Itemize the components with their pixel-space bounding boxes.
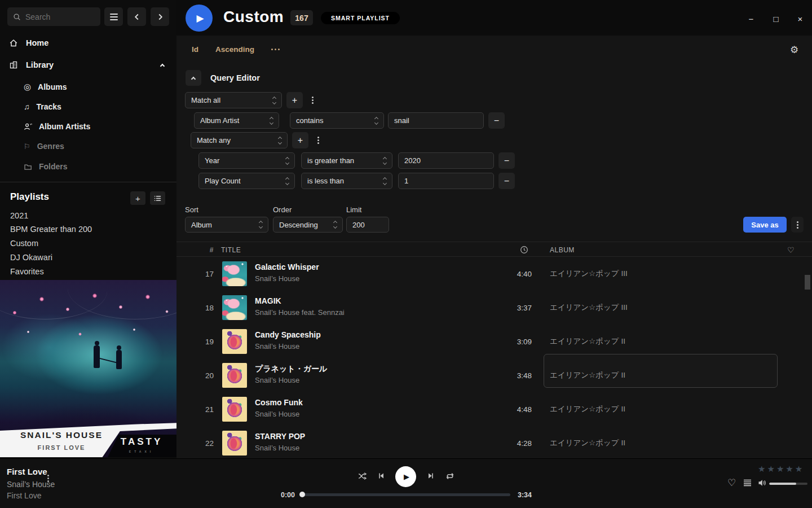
- playlist-item[interactable]: Custom: [10, 237, 168, 250]
- rule-field-select[interactable]: Play Count: [198, 173, 295, 189]
- match-select[interactable]: Match all: [185, 92, 282, 108]
- rule-field-select[interactable]: Album Artist: [194, 112, 279, 129]
- track-title[interactable]: STARRY POP: [255, 432, 305, 441]
- rating-stars[interactable]: ★★★★★: [758, 464, 802, 474]
- track-album[interactable]: エイリアン☆ポップ II: [550, 325, 775, 358]
- play-playlist-button[interactable]: ▶: [186, 5, 213, 32]
- track-artist[interactable]: Snail’s House: [255, 444, 299, 452]
- close-button[interactable]: ×: [793, 12, 807, 25]
- playlist-item[interactable]: Favorites: [10, 265, 168, 278]
- column-favorite[interactable]: ♡: [787, 242, 795, 257]
- remove-rule-button[interactable]: −: [498, 152, 515, 169]
- search-box[interactable]: [7, 7, 100, 26]
- playlist-item[interactable]: BPM Greater than 200: [10, 222, 168, 236]
- save-as-button[interactable]: Save as: [743, 217, 787, 233]
- remove-rule-button[interactable]: −: [488, 112, 505, 129]
- order-select[interactable]: Descending: [273, 217, 343, 233]
- search-input[interactable]: [25, 12, 87, 21]
- repeat-button[interactable]: [445, 471, 455, 481]
- track-title[interactable]: MAGIK: [255, 296, 281, 305]
- remove-rule-button[interactable]: −: [498, 173, 515, 189]
- rule-value-input[interactable]: [394, 116, 478, 125]
- track-album[interactable]: エイリアン☆ポップ III: [550, 291, 775, 325]
- rule-operator-select[interactable]: is less than: [301, 173, 392, 189]
- shuffle-button[interactable]: [358, 471, 368, 481]
- query-menu-button[interactable]: [791, 217, 804, 233]
- sidebar-item-tracks[interactable]: ♫ Tracks: [0, 98, 176, 116]
- playlist-item[interactable]: 2021: [10, 209, 168, 222]
- play-pause-button[interactable]: ▶: [395, 466, 416, 487]
- now-playing-album[interactable]: First Love: [7, 491, 41, 500]
- table-scrollbar[interactable]: [805, 275, 810, 290]
- star-icon[interactable]: ★: [785, 464, 793, 474]
- track-album[interactable]: エイリアン☆ポップ II: [550, 426, 775, 460]
- star-icon[interactable]: ★: [767, 464, 774, 474]
- track-title[interactable]: Cosmo Funk: [255, 398, 303, 407]
- limit-input[interactable]: [352, 221, 383, 229]
- favorite-button[interactable]: ♡: [727, 477, 736, 489]
- minimize-button[interactable]: −: [744, 12, 758, 25]
- collapse-chevron-icon[interactable]: [160, 64, 165, 68]
- now-playing-artist[interactable]: Snail’s House: [7, 480, 55, 489]
- rule-value-input[interactable]: [404, 156, 488, 165]
- queue-button[interactable]: [743, 479, 752, 487]
- rule-field-select[interactable]: Year: [198, 152, 295, 169]
- playlist-list-button[interactable]: [150, 191, 165, 205]
- sort-field-button[interactable]: Id: [192, 45, 198, 54]
- previous-button[interactable]: [377, 471, 386, 480]
- query-editor-collapse-button[interactable]: [186, 70, 201, 86]
- column-album[interactable]: ALBUM: [550, 242, 575, 257]
- rule-group-menu-button[interactable]: [313, 132, 323, 148]
- maximize-button[interactable]: □: [769, 12, 783, 25]
- progress-bar[interactable]: [302, 493, 510, 496]
- add-rule-button[interactable]: +: [292, 132, 308, 148]
- track-artist[interactable]: Snail’s House feat. Sennzai: [255, 308, 345, 317]
- menu-button[interactable]: [104, 7, 123, 26]
- table-row[interactable]: 21 Cosmo Funk Snail’s House 4:48 エイリアン☆ポ…: [176, 392, 812, 426]
- playlist-item[interactable]: DJ Okawari: [10, 251, 168, 264]
- table-row[interactable]: 18 MAGIK Snail’s House feat. Sennzai 3:3…: [176, 291, 812, 325]
- column-duration[interactable]: [520, 242, 528, 257]
- rule-value-input[interactable]: [404, 177, 488, 185]
- add-rule-button[interactable]: +: [286, 92, 303, 108]
- more-options-icon[interactable]: [275, 49, 276, 50]
- track-title[interactable]: Candy Spaceship: [255, 330, 321, 339]
- rule-operator-select[interactable]: is greater than: [301, 152, 392, 169]
- now-playing-cover-art[interactable]: SNAIL'S HOUSE FIRST LOVE TASTY ETAXI: [0, 280, 176, 457]
- table-row[interactable]: 19 Candy Spaceship Snail’s House 3:09 エイ…: [176, 325, 812, 358]
- sidebar-item-genres[interactable]: ⚐ Genres: [0, 137, 176, 155]
- volume-slider[interactable]: [769, 483, 807, 485]
- rule-operator-select[interactable]: contains: [290, 112, 384, 129]
- column-title[interactable]: TITLE: [221, 242, 241, 257]
- add-playlist-button[interactable]: +: [130, 191, 145, 205]
- track-title[interactable]: プラネット・ガール: [255, 364, 327, 374]
- track-artist[interactable]: Snail’s House: [255, 274, 299, 283]
- track-album[interactable]: エイリアン☆ポップ III: [550, 257, 775, 291]
- sidebar-item-album-artists[interactable]: Album Artists: [0, 117, 176, 135]
- star-icon[interactable]: ★: [795, 464, 802, 474]
- sidebar-item-library[interactable]: Library: [0, 55, 176, 75]
- sidebar-item-home[interactable]: Home: [0, 33, 176, 52]
- forward-button[interactable]: [151, 7, 169, 26]
- sort-direction-button[interactable]: Ascending: [215, 45, 254, 54]
- track-album[interactable]: エイリアン☆ポップ II: [550, 392, 775, 426]
- back-button[interactable]: [127, 7, 146, 26]
- table-row[interactable]: 17 Galactic Whisper Snail’s House 4:40 エ…: [176, 257, 812, 291]
- next-button[interactable]: [426, 471, 435, 480]
- now-playing-title[interactable]: First Love: [7, 467, 47, 476]
- star-icon[interactable]: ★: [758, 464, 765, 474]
- rule-group-menu-button[interactable]: [307, 92, 317, 108]
- sort-select[interactable]: Album: [185, 217, 268, 233]
- star-icon[interactable]: ★: [776, 464, 784, 474]
- track-artist[interactable]: Snail’s House: [255, 342, 299, 351]
- settings-gear-icon[interactable]: ⚙: [790, 44, 798, 56]
- progress-knob[interactable]: [299, 492, 305, 497]
- volume-button[interactable]: [758, 479, 767, 487]
- table-row[interactable]: 22 STARRY POP Snail’s House 4:28 エイリアン☆ポ…: [176, 426, 812, 460]
- track-title[interactable]: Galactic Whisper: [255, 262, 319, 271]
- sidebar-item-folders[interactable]: Folders: [0, 157, 176, 176]
- sidebar-item-albums[interactable]: ◎ Albums: [0, 78, 176, 96]
- track-artist[interactable]: Snail’s House: [255, 376, 299, 384]
- track-artist[interactable]: Snail’s House: [255, 410, 299, 418]
- column-number[interactable]: #: [193, 242, 214, 257]
